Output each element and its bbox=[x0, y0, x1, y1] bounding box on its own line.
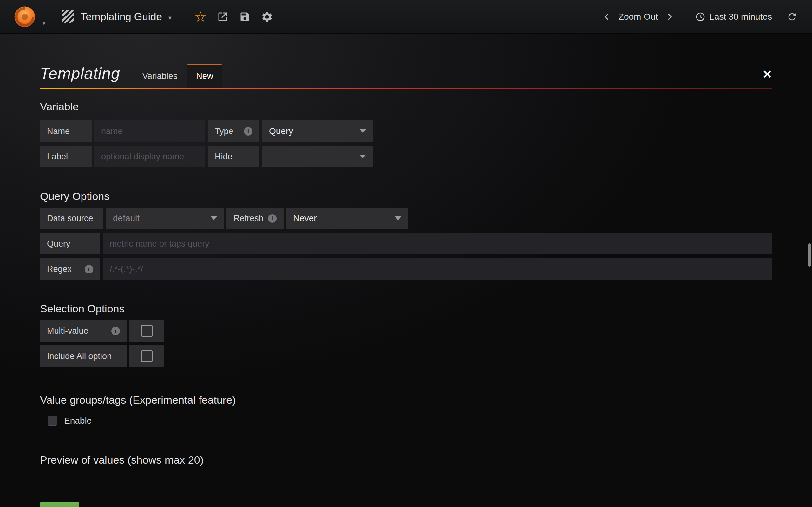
label-input[interactable] bbox=[94, 146, 205, 167]
enable-label: Enable bbox=[64, 416, 92, 426]
time-range-picker-button[interactable]: Last 30 minutes bbox=[695, 12, 772, 22]
enable-checkbox[interactable] bbox=[48, 416, 57, 426]
hide-select-caret-icon bbox=[360, 155, 366, 158]
logo-caret-down-icon: ▾ bbox=[43, 20, 45, 27]
multi-value-label: Multi-value i bbox=[40, 320, 127, 342]
add-button[interactable]: Add bbox=[40, 502, 79, 507]
share-button[interactable] bbox=[213, 7, 232, 26]
include-all-checkbox[interactable] bbox=[130, 345, 164, 367]
regex-info-icon[interactable]: i bbox=[85, 265, 93, 274]
hide-select[interactable] bbox=[262, 146, 373, 167]
query-input[interactable] bbox=[103, 233, 772, 255]
star-icon: ☆ bbox=[194, 10, 206, 24]
grafana-logo-icon bbox=[13, 5, 36, 28]
name-label: Name bbox=[40, 120, 92, 142]
zoom-out-button[interactable]: Zoom Out bbox=[616, 12, 660, 22]
data-source-select[interactable]: default bbox=[106, 208, 224, 229]
accent-divider bbox=[40, 88, 772, 89]
regex-input[interactable] bbox=[103, 258, 772, 280]
multi-value-checkbox[interactable] bbox=[130, 320, 164, 342]
type-select[interactable]: Query bbox=[262, 120, 373, 142]
save-icon bbox=[239, 11, 251, 22]
save-button[interactable] bbox=[235, 7, 254, 26]
data-source-label: Data source bbox=[40, 208, 103, 229]
dashboard-icon bbox=[61, 10, 74, 23]
variable-name-row: Name Type i Query bbox=[40, 120, 772, 142]
query-options-heading: Query Options bbox=[40, 190, 772, 203]
hide-label: Hide bbox=[208, 146, 259, 167]
include-all-checkbox-icon bbox=[141, 350, 153, 362]
refresh-select-value: Never bbox=[293, 213, 317, 223]
refresh-label: Refresh i bbox=[226, 208, 284, 229]
tab-new[interactable]: New bbox=[187, 64, 222, 88]
navbar-toolbar: ☆ bbox=[184, 0, 284, 33]
label-label: Label bbox=[40, 146, 92, 167]
multi-value-row: Multi-value i bbox=[40, 320, 772, 342]
include-all-label: Include All option bbox=[40, 345, 127, 367]
type-info-icon[interactable]: i bbox=[244, 127, 252, 135]
clock-icon bbox=[695, 12, 705, 22]
close-icon: ✕ bbox=[763, 68, 772, 81]
scrollbar-thumb[interactable] bbox=[808, 243, 811, 267]
selection-options-heading: Selection Options bbox=[40, 302, 772, 315]
close-editor-button[interactable]: ✕ bbox=[763, 69, 772, 80]
dashboard-title-button[interactable]: Templating Guide ▾ bbox=[49, 0, 184, 33]
refresh-select[interactable]: Never bbox=[286, 208, 408, 229]
refresh-icon bbox=[786, 11, 798, 22]
datasource-row: Data source default Refresh i Never bbox=[40, 208, 772, 229]
regex-label: Regex i bbox=[40, 258, 100, 280]
data-source-select-caret-icon bbox=[211, 216, 217, 220]
query-row: Query bbox=[40, 233, 772, 255]
time-range-label: Last 30 minutes bbox=[709, 12, 772, 22]
grafana-templating-page: ▾ Templating Guide ▾ ☆ bbox=[0, 0, 812, 507]
refresh-info-icon[interactable]: i bbox=[268, 214, 276, 223]
share-icon bbox=[217, 11, 229, 22]
templating-editor: Templating Variables New ✕ Variable Name… bbox=[0, 64, 812, 507]
star-button[interactable]: ☆ bbox=[191, 7, 210, 26]
multi-value-checkbox-icon bbox=[141, 325, 153, 337]
dashboard-title: Templating Guide bbox=[81, 11, 162, 23]
refresh-select-caret-icon bbox=[395, 216, 401, 220]
selection-options-section: Selection Options Multi-value i Include … bbox=[40, 302, 772, 367]
variable-label-row: Label Hide bbox=[40, 146, 772, 167]
gear-icon bbox=[261, 11, 273, 23]
type-select-value: Query bbox=[269, 126, 293, 136]
variable-heading: Variable bbox=[40, 101, 772, 113]
query-label: Query bbox=[40, 233, 100, 255]
chevron-left-icon bbox=[602, 12, 612, 21]
regex-row: Regex i bbox=[40, 258, 772, 280]
multi-value-label-text: Multi-value bbox=[47, 326, 89, 336]
dashboard-caret-down-icon: ▾ bbox=[168, 14, 171, 21]
time-shift-forward-button[interactable] bbox=[660, 12, 679, 21]
top-navbar: ▾ Templating Guide ▾ ☆ bbox=[0, 0, 812, 34]
preview-heading: Preview of values (shows max 20) bbox=[40, 454, 772, 466]
type-select-caret-icon bbox=[360, 129, 366, 133]
data-source-select-value: default bbox=[113, 213, 140, 223]
multi-value-info-icon[interactable]: i bbox=[111, 327, 120, 335]
page-title: Templating bbox=[40, 64, 120, 83]
include-all-row: Include All option bbox=[40, 345, 772, 367]
tab-variables[interactable]: Variables bbox=[133, 65, 187, 88]
name-input[interactable] bbox=[94, 120, 205, 142]
time-shift-back-button[interactable] bbox=[598, 12, 616, 21]
time-controls: Zoom Out Last 30 minutes bbox=[598, 0, 812, 33]
type-label-text: Type bbox=[215, 126, 234, 136]
navbar-spacer bbox=[284, 0, 598, 33]
refresh-button[interactable] bbox=[786, 11, 798, 22]
regex-label-text: Regex bbox=[47, 264, 72, 274]
refresh-label-text: Refresh bbox=[234, 214, 264, 223]
type-label: Type i bbox=[208, 120, 259, 142]
query-options-section: Query Options Data source default Refres… bbox=[40, 190, 772, 280]
preview-section: Preview of values (shows max 20) bbox=[40, 454, 772, 466]
variable-section: Variable Name Type i Query Label Hide bbox=[40, 101, 772, 167]
value-groups-section: Value groups/tags (Experimental feature)… bbox=[40, 394, 772, 426]
settings-button[interactable] bbox=[258, 7, 276, 26]
grafana-logo-button[interactable]: ▾ bbox=[0, 0, 49, 33]
enable-row: Enable bbox=[40, 416, 772, 426]
editor-header: Templating Variables New ✕ bbox=[40, 64, 772, 88]
value-groups-heading: Value groups/tags (Experimental feature) bbox=[40, 394, 772, 406]
editor-tabs: Variables New bbox=[133, 64, 223, 88]
chevron-right-icon bbox=[665, 12, 674, 21]
